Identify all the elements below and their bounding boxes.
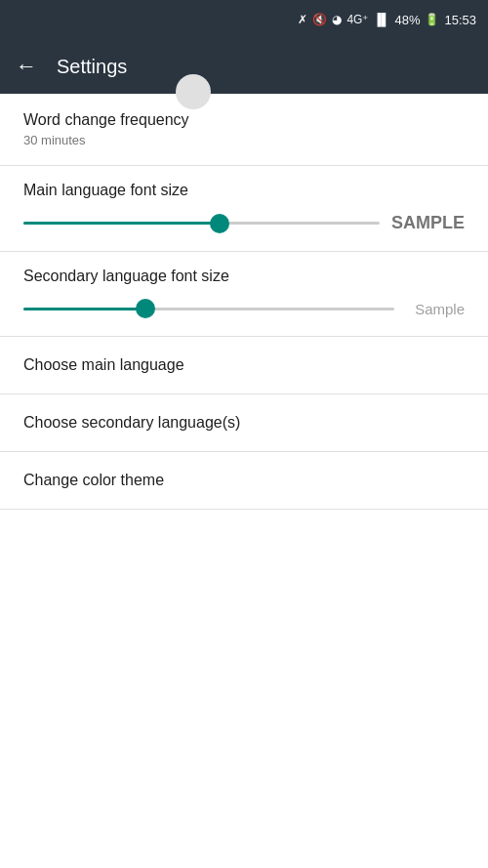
battery-text: 48%: [394, 13, 420, 27]
bluetooth-icon: ✗: [298, 13, 307, 26]
alarm-icon: ◕: [332, 13, 342, 26]
battery-icon: 🔋: [425, 13, 439, 26]
app-bar-title: Settings: [57, 56, 127, 78]
app-bar: ← Settings: [0, 39, 488, 94]
main-language-font-size-item: Main language font size SAMPLE: [0, 166, 488, 252]
choose-main-language-item[interactable]: Choose main language: [0, 337, 488, 394]
change-color-theme-title: Change color theme: [23, 472, 465, 489]
secondary-language-slider[interactable]: [23, 299, 394, 318]
change-color-theme-item[interactable]: Change color theme: [0, 452, 488, 510]
word-change-frequency-subtitle: 30 minutes: [23, 133, 465, 147]
slider-bubble: [176, 74, 211, 109]
main-language-slider[interactable]: [23, 214, 380, 233]
time-text: 15:53: [444, 13, 476, 27]
main-language-sample-text: SAMPLE: [391, 213, 465, 233]
secondary-language-slider-fill: [23, 308, 145, 310]
signal-4g-icon: 4G⁺: [346, 13, 368, 26]
mute-icon: 🔇: [312, 13, 327, 26]
word-change-frequency-title: Word change frequency: [23, 111, 465, 129]
settings-content: Word change frequency 30 minutes Main la…: [0, 94, 488, 510]
back-button[interactable]: ←: [16, 54, 37, 79]
choose-secondary-language-title: Choose secondary language(s): [23, 414, 465, 432]
secondary-language-slider-row: Sample: [23, 299, 465, 318]
status-icons: ✗ 🔇 ◕ 4G⁺ ▐▌ 48% 🔋 15:53: [298, 13, 476, 27]
main-language-font-size-title: Main language font size: [23, 182, 465, 199]
slider-bubble-container: [176, 74, 211, 109]
main-language-slider-row: SAMPLE: [23, 213, 465, 233]
word-change-frequency-item[interactable]: Word change frequency 30 minutes: [0, 94, 488, 166]
secondary-language-font-size-title: Secondary language font size: [23, 268, 465, 285]
main-language-slider-track: [23, 222, 380, 225]
secondary-language-slider-thumb[interactable]: [136, 299, 155, 318]
secondary-language-slider-track: [23, 308, 394, 310]
status-bar: ✗ 🔇 ◕ 4G⁺ ▐▌ 48% 🔋 15:53: [0, 0, 488, 39]
main-language-slider-fill: [23, 222, 220, 225]
signal-bars-icon: ▐▌: [373, 13, 389, 26]
secondary-language-font-size-item: Secondary language font size Sample: [0, 252, 488, 337]
choose-secondary-language-item[interactable]: Choose secondary language(s): [0, 394, 488, 452]
secondary-language-sample-text: Sample: [406, 301, 465, 317]
main-language-slider-thumb[interactable]: [210, 214, 229, 233]
choose-main-language-title: Choose main language: [23, 356, 465, 374]
